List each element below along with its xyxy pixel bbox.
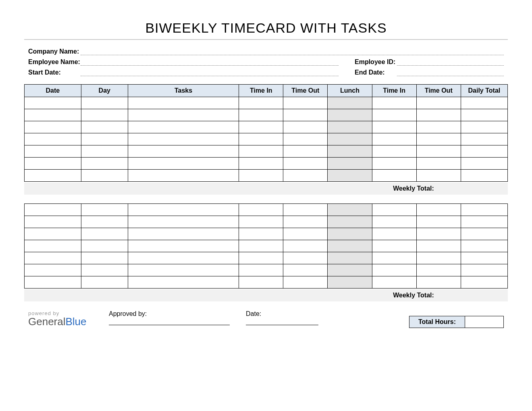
cell-time-in-2[interactable] — [372, 133, 416, 145]
cell-lunch[interactable] — [328, 109, 372, 121]
cell-time-in-2[interactable] — [372, 240, 416, 252]
company-name-field[interactable] — [81, 48, 504, 55]
cell-time-out-1[interactable] — [283, 252, 328, 264]
cell-time-in-2[interactable] — [372, 109, 416, 121]
cell-time-in-1[interactable] — [239, 228, 283, 240]
cell-date[interactable] — [25, 216, 81, 228]
cell-time-out-2[interactable] — [416, 216, 461, 228]
cell-daily-total[interactable] — [461, 145, 507, 158]
cell-tasks[interactable] — [128, 121, 239, 133]
cell-time-in-2[interactable] — [372, 121, 416, 133]
cell-time-in-1[interactable] — [239, 252, 283, 264]
approved-by-line[interactable] — [109, 325, 230, 325]
cell-tasks[interactable] — [128, 264, 239, 276]
cell-date[interactable] — [25, 158, 81, 170]
cell-tasks[interactable] — [128, 276, 239, 289]
cell-time-in-1[interactable] — [239, 204, 283, 216]
cell-lunch[interactable] — [328, 204, 372, 216]
cell-time-out-1[interactable] — [283, 204, 328, 216]
cell-time-in-2[interactable] — [372, 216, 416, 228]
cell-time-out-1[interactable] — [283, 97, 328, 109]
cell-time-out-2[interactable] — [416, 204, 461, 216]
cell-time-in-1[interactable] — [239, 240, 283, 252]
cell-time-out-2[interactable] — [416, 145, 461, 158]
cell-daily-total[interactable] — [461, 276, 507, 289]
cell-tasks[interactable] — [128, 133, 239, 145]
cell-time-out-2[interactable] — [416, 133, 461, 145]
cell-date[interactable] — [25, 240, 81, 252]
cell-tasks[interactable] — [128, 158, 239, 170]
cell-day[interactable] — [81, 121, 128, 133]
cell-date[interactable] — [25, 170, 81, 182]
cell-date[interactable] — [25, 133, 81, 145]
cell-day[interactable] — [81, 158, 128, 170]
employee-name-field[interactable] — [81, 58, 339, 66]
cell-lunch[interactable] — [328, 228, 372, 240]
footer-date-line[interactable] — [246, 325, 318, 325]
cell-day[interactable] — [81, 97, 128, 109]
cell-date[interactable] — [25, 121, 81, 133]
cell-daily-total[interactable] — [461, 264, 507, 276]
cell-daily-total[interactable] — [461, 252, 507, 264]
cell-time-out-2[interactable] — [416, 97, 461, 109]
cell-date[interactable] — [25, 97, 81, 109]
cell-daily-total[interactable] — [461, 109, 507, 121]
cell-time-out-2[interactable] — [416, 264, 461, 276]
cell-time-out-1[interactable] — [283, 216, 328, 228]
cell-time-out-2[interactable] — [416, 240, 461, 252]
cell-day[interactable] — [81, 109, 128, 121]
cell-day[interactable] — [81, 216, 128, 228]
cell-tasks[interactable] — [128, 240, 239, 252]
cell-lunch[interactable] — [328, 158, 372, 170]
cell-tasks[interactable] — [128, 145, 239, 158]
cell-day[interactable] — [81, 252, 128, 264]
employee-id-field[interactable] — [397, 58, 504, 66]
cell-lunch[interactable] — [328, 121, 372, 133]
cell-date[interactable] — [25, 228, 81, 240]
cell-time-in-2[interactable] — [372, 276, 416, 289]
cell-time-in-1[interactable] — [239, 216, 283, 228]
cell-time-in-2[interactable] — [372, 264, 416, 276]
cell-time-out-1[interactable] — [283, 133, 328, 145]
cell-time-out-1[interactable] — [283, 145, 328, 158]
cell-time-out-1[interactable] — [283, 276, 328, 289]
cell-day[interactable] — [81, 145, 128, 158]
cell-time-in-2[interactable] — [372, 158, 416, 170]
cell-time-in-2[interactable] — [372, 252, 416, 264]
cell-tasks[interactable] — [128, 228, 239, 240]
cell-lunch[interactable] — [328, 170, 372, 182]
cell-time-in-2[interactable] — [372, 97, 416, 109]
cell-time-out-2[interactable] — [416, 109, 461, 121]
cell-daily-total[interactable] — [461, 97, 507, 109]
cell-time-out-1[interactable] — [283, 109, 328, 121]
cell-time-out-2[interactable] — [416, 121, 461, 133]
cell-date[interactable] — [25, 252, 81, 264]
cell-time-out-2[interactable] — [416, 158, 461, 170]
cell-tasks[interactable] — [128, 204, 239, 216]
cell-time-out-1[interactable] — [283, 228, 328, 240]
cell-day[interactable] — [81, 204, 128, 216]
cell-day[interactable] — [81, 264, 128, 276]
cell-time-out-1[interactable] — [283, 240, 328, 252]
cell-time-out-2[interactable] — [416, 276, 461, 289]
cell-daily-total[interactable] — [461, 158, 507, 170]
cell-daily-total[interactable] — [461, 170, 507, 182]
cell-time-out-1[interactable] — [283, 121, 328, 133]
cell-tasks[interactable] — [128, 252, 239, 264]
cell-lunch[interactable] — [328, 252, 372, 264]
cell-lunch[interactable] — [328, 264, 372, 276]
cell-time-out-2[interactable] — [416, 228, 461, 240]
cell-tasks[interactable] — [128, 170, 239, 182]
cell-day[interactable] — [81, 170, 128, 182]
cell-daily-total[interactable] — [461, 228, 507, 240]
cell-time-in-1[interactable] — [239, 121, 283, 133]
start-date-field[interactable] — [81, 69, 339, 76]
cell-lunch[interactable] — [328, 97, 372, 109]
cell-day[interactable] — [81, 276, 128, 289]
cell-time-out-2[interactable] — [416, 170, 461, 182]
cell-daily-total[interactable] — [461, 216, 507, 228]
cell-time-out-2[interactable] — [416, 252, 461, 264]
cell-time-in-1[interactable] — [239, 97, 283, 109]
cell-day[interactable] — [81, 240, 128, 252]
cell-time-in-1[interactable] — [239, 276, 283, 289]
